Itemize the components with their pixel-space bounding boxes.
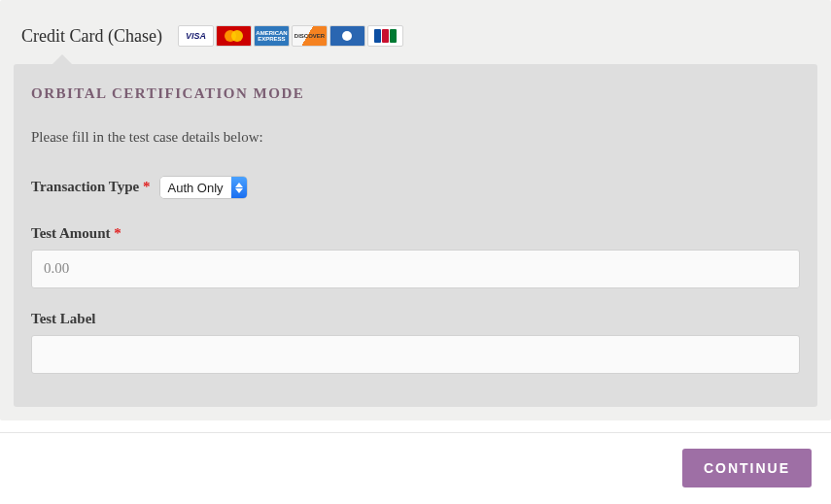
required-marker: * xyxy=(143,179,151,194)
test-amount-label: Test Amount * xyxy=(31,225,121,242)
accepted-cards: VISA AMERICANEXPRESS DISCOVER xyxy=(178,25,403,47)
test-amount-field: Test Amount * xyxy=(31,224,800,288)
transaction-type-field: Transaction Type * Auth Only xyxy=(31,177,800,203)
payment-method-title: Credit Card (Chase) xyxy=(21,26,162,47)
diners-club-icon xyxy=(329,25,365,47)
transaction-type-selected: Auth Only xyxy=(160,177,231,198)
mastercard-icon xyxy=(216,25,252,47)
mode-title: ORBITAL CERTIFICATION MODE xyxy=(31,85,800,102)
test-label-label: Test Label xyxy=(31,311,96,327)
payment-method-panel: Credit Card (Chase) VISA AMERICANEXPRESS… xyxy=(0,0,831,420)
test-label-input[interactable] xyxy=(31,335,800,374)
transaction-type-label: Transaction Type * xyxy=(31,179,151,195)
visa-icon: VISA xyxy=(178,25,214,47)
required-marker: * xyxy=(114,225,121,241)
test-amount-input[interactable] xyxy=(31,250,800,288)
instruction-text: Please fill in the test case details bel… xyxy=(31,129,800,146)
continue-button[interactable]: CONTINUE xyxy=(682,449,812,487)
panel-header: Credit Card (Chase) VISA AMERICANEXPRESS… xyxy=(14,14,817,64)
discover-icon: DISCOVER xyxy=(292,25,328,47)
transaction-type-select[interactable]: Auth Only xyxy=(160,177,247,198)
certification-panel: ORBITAL CERTIFICATION MODE Please fill i… xyxy=(14,64,817,407)
test-label-field: Test Label xyxy=(31,310,800,374)
select-arrows-icon xyxy=(231,177,247,198)
footer: CONTINUE xyxy=(0,432,831,504)
amex-icon: AMERICANEXPRESS xyxy=(254,25,290,47)
jcb-icon xyxy=(367,25,403,47)
